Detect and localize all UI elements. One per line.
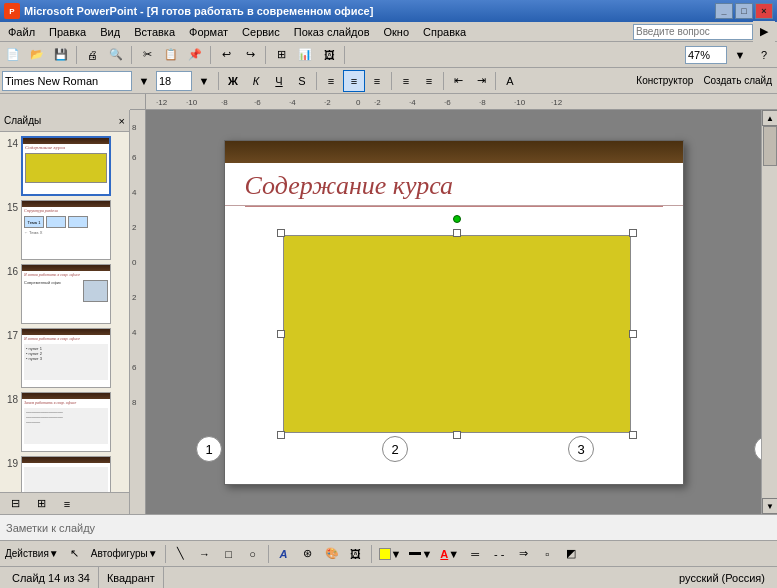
handle-tr[interactable]	[629, 229, 637, 237]
list-num-button[interactable]: ≡	[418, 70, 440, 92]
font-color-draw-button[interactable]: A ▼	[437, 543, 462, 565]
diagram-button[interactable]: ⊛	[297, 543, 319, 565]
rect-tool[interactable]: □	[218, 543, 240, 565]
menu-file[interactable]: Файл	[2, 24, 41, 40]
slide-preview-18[interactable]: Зачем работать в совр. офисе ───────────…	[21, 392, 111, 452]
3d-style-button[interactable]: ◩	[560, 543, 582, 565]
list-bullet-button[interactable]: ≡	[395, 70, 417, 92]
yellow-rectangle[interactable]	[283, 235, 631, 433]
line-style-button[interactable]: ═	[464, 543, 486, 565]
font-name-dropdown[interactable]: ▼	[133, 70, 155, 92]
align-center-button[interactable]: ≡	[343, 70, 365, 92]
slide-area: Содержание курса	[146, 110, 761, 514]
save-button[interactable]: 💾	[50, 44, 72, 66]
slide-sorter-button[interactable]: ⊞	[30, 493, 52, 515]
italic-button[interactable]: К	[245, 70, 267, 92]
paste-button[interactable]: 📌	[184, 44, 206, 66]
bold-button[interactable]: Ж	[222, 70, 244, 92]
panel-tab-slides[interactable]: Слайды	[4, 115, 41, 126]
handle-ml[interactable]	[277, 330, 285, 338]
align-left-button[interactable]: ≡	[320, 70, 342, 92]
indent-less-button[interactable]: ⇤	[447, 70, 469, 92]
copy-button[interactable]: 📋	[160, 44, 182, 66]
fill-color-button[interactable]: ▼	[376, 543, 405, 565]
scroll-down-button[interactable]: ▼	[762, 498, 777, 514]
slide-preview-19[interactable]	[21, 456, 111, 492]
handle-mr[interactable]	[629, 330, 637, 338]
insert-picture-button[interactable]: 🖼	[318, 44, 340, 66]
slide-preview-14[interactable]: Содержание курса	[21, 136, 111, 196]
undo-button[interactable]: ↩	[215, 44, 237, 66]
wordart-button[interactable]: A	[273, 543, 295, 565]
scroll-thumb[interactable]	[763, 126, 777, 166]
slide-thumb-15[interactable]: 15 Структура раздела Тема 1 ← Тема X	[2, 200, 127, 260]
shadow-style-button[interactable]: ▫	[536, 543, 558, 565]
insert-chart-button[interactable]: 📊	[294, 44, 316, 66]
slide-thumb-18[interactable]: 18 Зачем работать в совр. офисе ────────…	[2, 392, 127, 452]
normal-view-button[interactable]: ⊟	[4, 493, 26, 515]
font-color-button[interactable]: A	[499, 70, 521, 92]
rotate-handle[interactable]	[453, 215, 461, 223]
close-button[interactable]: ×	[755, 3, 773, 19]
picture-button[interactable]: 🖼	[345, 543, 367, 565]
line-tool[interactable]: ╲	[170, 543, 192, 565]
actions-button[interactable]: Действия ▼	[2, 543, 62, 565]
design-button[interactable]: Конструктор	[633, 70, 696, 92]
redo-button[interactable]: ↪	[239, 44, 261, 66]
indent-more-button[interactable]: ⇥	[470, 70, 492, 92]
menu-edit[interactable]: Правка	[43, 24, 92, 40]
zoom-dropdown[interactable]: ▼	[729, 44, 751, 66]
slide-thumb-14[interactable]: 14 Содержание курса	[2, 136, 127, 196]
insert-table-button[interactable]: ⊞	[270, 44, 292, 66]
slide-preview-16[interactable]: Я готов работать в совр. офисе Современн…	[21, 264, 111, 324]
title-bar-buttons[interactable]: _ □ ×	[715, 3, 773, 19]
arrow-tool[interactable]: →	[194, 543, 216, 565]
shadow-button[interactable]: S	[291, 70, 313, 92]
handle-tc[interactable]	[453, 229, 461, 237]
cut-button[interactable]: ✂	[136, 44, 158, 66]
menu-tools[interactable]: Сервис	[236, 24, 286, 40]
font-size-dropdown[interactable]: ▼	[193, 70, 215, 92]
preview-button[interactable]: 🔍	[105, 44, 127, 66]
slide-thumb-16[interactable]: 16 Я готов работать в совр. офисе Соврем…	[2, 264, 127, 324]
menu-window[interactable]: Окно	[378, 24, 416, 40]
svg-text:·4: ·4	[409, 98, 416, 107]
menu-insert[interactable]: Вставка	[128, 24, 181, 40]
help-button[interactable]: ?	[753, 44, 775, 66]
slide-preview-15[interactable]: Структура раздела Тема 1 ← Тема X	[21, 200, 111, 260]
maximize-button[interactable]: □	[735, 3, 753, 19]
line-color-button[interactable]: ▼	[406, 543, 435, 565]
autoshapes-button[interactable]: Автофигуры ▼	[88, 543, 161, 565]
ellipse-tool[interactable]: ○	[242, 543, 264, 565]
menu-format[interactable]: Формат	[183, 24, 234, 40]
font-size-input[interactable]	[156, 71, 192, 91]
outline-button[interactable]: ≡	[56, 493, 78, 515]
new-button[interactable]: 📄	[2, 44, 24, 66]
fsep5	[495, 72, 496, 90]
zoom-value[interactable]: 47%	[685, 46, 727, 64]
menu-view[interactable]: Вид	[94, 24, 126, 40]
menu-slideshow[interactable]: Показ слайдов	[288, 24, 376, 40]
handle-tl[interactable]	[277, 229, 285, 237]
align-right-button[interactable]: ≡	[366, 70, 388, 92]
menu-help[interactable]: Справка	[417, 24, 472, 40]
new-slide-button[interactable]: Создать слайд	[700, 70, 775, 92]
font-name-input[interactable]	[2, 71, 132, 91]
scroll-up-button[interactable]: ▲	[762, 110, 777, 126]
search-input[interactable]	[633, 24, 753, 40]
slide-thumb-17[interactable]: 17 Я готов работать в совр. офисе • пунк…	[2, 328, 127, 388]
print-button[interactable]: 🖨	[81, 44, 103, 66]
minimize-button[interactable]: _	[715, 3, 733, 19]
open-button[interactable]: 📂	[26, 44, 48, 66]
panel-close-button[interactable]: ×	[119, 115, 125, 127]
arrow-style-button[interactable]: ⇒	[512, 543, 534, 565]
slide-thumb-19[interactable]: 19	[2, 456, 127, 492]
underline-button[interactable]: Ч	[268, 70, 290, 92]
scroll-track[interactable]	[762, 126, 777, 498]
search-go-button[interactable]: ▶	[753, 21, 775, 43]
selected-object-container[interactable]	[277, 229, 637, 439]
clipart-button[interactable]: 🎨	[321, 543, 343, 565]
dash-style-button[interactable]: - -	[488, 543, 510, 565]
slide-preview-17[interactable]: Я готов работать в совр. офисе • пункт 1…	[21, 328, 111, 388]
select-tool-button[interactable]: ↖	[64, 543, 86, 565]
